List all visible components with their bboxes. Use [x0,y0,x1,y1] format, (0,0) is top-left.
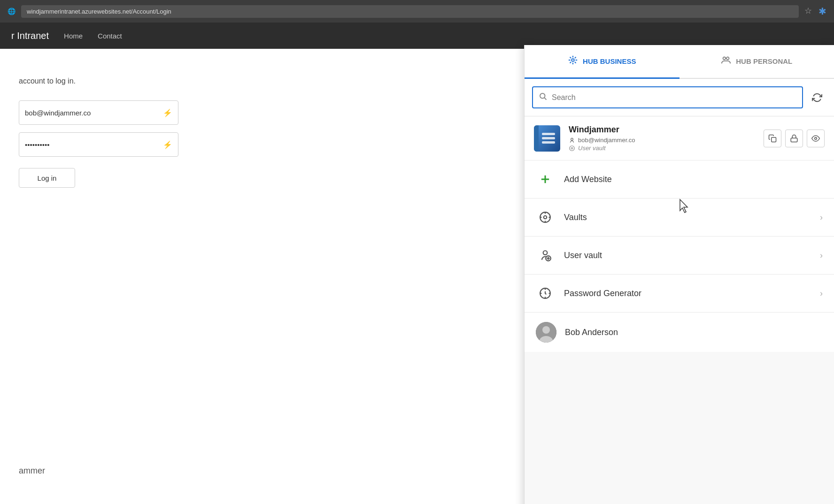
browser-icons: ☆ ✱ [804,6,826,17]
bookmark-icon[interactable]: ☆ [804,6,812,17]
entry-email: bob@windjammer.co [569,137,755,144]
tab-hub-personal[interactable]: HUB PERSONAL [680,45,834,79]
svg-point-14 [570,145,575,151]
user-vault-menu-item[interactable]: User vault › [525,237,834,275]
svg-line-12 [544,98,546,99]
email-field-icon[interactable]: ⚡ [163,108,172,117]
view-button[interactable] [807,130,825,147]
entry-details: Windjammer bob@windjammer.co User vault [569,125,755,152]
password-generator-chevron: › [820,289,823,298]
extension-icon[interactable]: ✱ [819,6,826,17]
svg-point-13 [571,138,573,140]
password-generator-label: Password Generator [564,289,811,298]
nav-home[interactable]: Home [64,32,83,40]
tab-hub-personal-label: HUB PERSONAL [736,57,792,65]
entry-actions [764,130,825,147]
url-bar[interactable]: windjammerintranet.azurewebsites.net/Acc… [21,5,799,18]
vaults-menu-item[interactable]: Vaults › [525,199,834,237]
page-footer-text: ammer [19,466,45,476]
refresh-button[interactable] [808,88,826,107]
vaults-chevron: › [820,213,823,222]
svg-point-18 [815,137,817,139]
password-field-icon[interactable]: ⚡ [163,140,172,149]
svg-point-15 [571,147,573,149]
user-vault-chevron: › [820,251,823,260]
svg-line-8 [575,57,576,59]
copy-password-button[interactable] [785,130,803,147]
page-content: r Intranet Home Contact account to log i… [0,23,834,504]
entry-icon [534,125,560,152]
svg-point-22 [544,216,547,219]
svg-point-33 [542,326,550,334]
svg-line-6 [575,62,576,63]
svg-rect-16 [772,137,776,142]
entry-vault: User vault [569,145,755,152]
svg-line-5 [570,57,571,59]
hub-business-icon [568,55,578,68]
vaults-label: Vaults [564,213,811,222]
tab-hub-business-label: HUB BUSINESS [583,57,636,65]
svg-point-9 [723,57,726,60]
add-website-row[interactable]: Add Website [525,160,834,199]
search-bar-row [525,79,834,116]
svg-point-10 [726,57,729,60]
nav-brand: r Intranet [11,31,49,41]
password-field-wrap: ⚡ [19,132,178,157]
search-input-wrap [532,86,803,108]
password-generator-icon [536,284,555,303]
svg-rect-17 [791,138,797,142]
password-generator-menu-item[interactable]: Password Generator › [525,275,834,313]
search-icon [539,92,547,103]
user-avatar [536,322,556,343]
email-field-wrap: ⚡ [19,100,178,125]
entry-name: Windjammer [569,125,755,135]
browser-favicon: 🌐 [8,8,15,15]
add-website-label: Add Website [564,175,612,184]
tabs-row: HUB BUSINESS HUB PERSONAL [525,45,834,79]
svg-line-7 [570,62,571,63]
nav-contact[interactable]: Contact [98,32,122,40]
search-input[interactable] [552,93,796,102]
svg-point-11 [540,93,545,99]
windjammer-entry[interactable]: Windjammer bob@windjammer.co User vault [525,116,834,160]
user-vault-icon [536,246,555,265]
svg-point-0 [571,59,574,61]
user-name: Bob Anderson [565,328,618,337]
copy-username-button[interactable] [764,130,781,147]
password-input[interactable] [25,141,163,149]
vaults-icon [536,208,555,227]
email-input[interactable] [25,109,163,117]
extension-panel: HUB BUSINESS HUB PERSONAL [524,45,834,504]
add-website-icon [536,170,555,189]
login-subtitle: account to log in. [19,77,197,85]
tab-hub-business[interactable]: HUB BUSINESS [525,45,680,79]
user-vault-label: User vault [564,251,811,260]
user-row[interactable]: Bob Anderson [525,313,834,352]
browser-chrome: 🌐 windjammerintranet.azurewebsites.net/A… [0,0,834,23]
svg-point-27 [543,251,548,255]
login-area: account to log in. ⚡ ⚡ Log in [0,49,216,216]
login-button[interactable]: Log in [19,168,75,188]
hub-personal-icon [721,55,731,68]
